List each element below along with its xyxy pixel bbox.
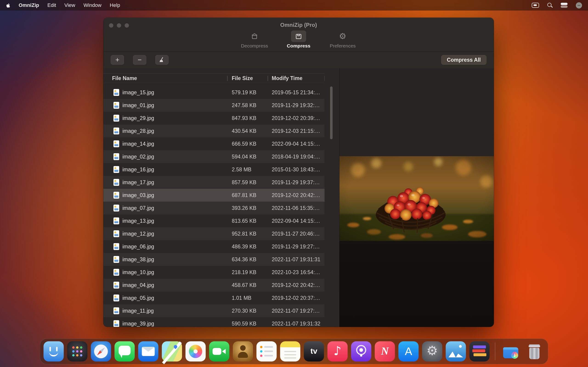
menu-item-edit[interactable]: Edit [47,2,56,8]
column-header-file-name[interactable]: File Name [103,74,227,83]
dock-item-messages[interactable] [115,341,135,361]
table-row[interactable]: image_17.jpg 857.59 KB 2019-11-29 19:37:… [103,176,325,189]
search-icon[interactable] [547,2,553,8]
table-row[interactable]: image_10.jpg 218.19 KB 2022-10-23 16:54:… [103,266,325,279]
cell-file-name: image_39.jpg [103,317,227,327]
dock-item-notes[interactable] [280,341,300,361]
table-row[interactable]: image_05.jpg 1.01 MB 2019-12-02 20:37:… [103,292,325,304]
cell-file-size: 952.81 KB [227,227,268,240]
display-icon[interactable] [532,3,539,8]
zoom-button[interactable] [124,23,129,28]
table-row[interactable]: image_12.jpg 952.81 KB 2019-11-27 20:46:… [103,227,325,240]
dock-item-photos[interactable] [186,341,206,361]
cell-modify-time: 2022-09-04 14:15:… [268,137,325,150]
menu-item-view[interactable]: View [64,2,75,8]
dock-item-facetime[interactable] [209,341,229,361]
dock-divider [495,342,495,360]
dock-item-podcasts[interactable] [351,341,372,361]
minimize-button[interactable] [117,23,121,28]
tab-preferences[interactable]: Preferences [326,31,360,49]
tab-compress[interactable]: Compress [281,31,316,49]
dock-item-contacts[interactable] [233,341,253,361]
menu-item-help[interactable]: Help [110,2,120,8]
cell-file-size: 247.58 KB [227,99,268,112]
scrollbar-track[interactable] [325,68,339,327]
cell-file-size: 590.59 KB [227,317,268,327]
cell-modify-time: 2022-11-06 15:35:… [268,202,325,215]
dock-item-settings[interactable] [422,341,442,361]
cell-modify-time: 2022-11-07 19:31:32 [268,317,325,327]
broom-icon [159,57,165,63]
column-header-modify-time[interactable]: Modify Time [268,74,325,83]
title-bar[interactable]: OmniZip (Pro) Decompress Compress Pre [103,18,494,52]
table-row[interactable]: image_28.jpg 430.54 KB 2019-12-03 21:15:… [103,125,325,137]
table-row[interactable]: image_38.jpg 634.36 KB 2022-11-07 19:31:… [103,253,325,266]
image-file-icon [113,230,119,237]
cell-modify-time: 2019-05-15 21:34:… [268,86,325,99]
dock-item-downloads[interactable] [501,341,521,361]
remove-file-button[interactable]: − [133,55,146,65]
cell-file-name: image_13.jpg [103,215,227,227]
column-header-file-size[interactable]: File Size [227,74,268,83]
close-button[interactable] [109,23,113,28]
file-name-text: image_39.jpg [122,321,154,327]
cell-modify-time: 2018-04-19 19:04:… [268,150,325,163]
dock-item-mail[interactable] [138,341,158,361]
apple-menu-icon[interactable] [6,3,10,8]
add-file-button[interactable]: + [111,55,124,65]
menu-bar: OmniZip Edit View Window Help [0,0,588,10]
dock-item-tv[interactable] [304,341,324,361]
cell-modify-time: 2022-09-04 14:15:… [268,215,325,227]
dock-item-launchpad[interactable] [67,341,87,361]
dock-item-reminders[interactable] [257,341,277,361]
dock-item-music[interactable] [328,341,348,361]
file-name-text: image_12.jpg [122,231,154,237]
dock-item-maps[interactable] [162,341,182,361]
image-file-icon [113,217,119,224]
table-row[interactable]: image_02.jpg 594.04 KB 2018-04-19 19:04:… [103,150,325,163]
account-icon[interactable] [576,2,582,8]
dock-item-omnizip[interactable] [469,341,490,361]
dock-item-finder[interactable] [44,341,64,361]
cell-file-name: image_06.jpg [103,240,227,253]
image-file-icon [113,269,119,276]
table-row[interactable]: image_14.jpg 666.59 KB 2022-09-04 14:15:… [103,137,325,150]
table-row[interactable]: image_16.jpg 2.58 MB 2015-01-30 18:43:… [103,163,325,176]
table-row[interactable]: image_06.jpg 486.39 KB 2019-11-29 19:27:… [103,240,325,253]
table-row[interactable]: image_01.jpg 247.58 KB 2019-11-29 19:32:… [103,99,325,112]
menu-item-window[interactable]: Window [83,2,101,8]
dock [40,339,548,364]
table-row[interactable]: image_03.jpg 687.81 KB 2019-12-02 20:42:… [103,189,325,202]
file-name-text: image_17.jpg [122,179,154,186]
table-row[interactable]: image_07.jpg 393.26 KB 2022-11-06 15:35:… [103,202,325,215]
dock-item-safari[interactable] [91,341,111,361]
dock-item-trash[interactable] [524,341,545,361]
table-row[interactable]: image_13.jpg 813.65 KB 2022-09-04 14:15:… [103,215,325,227]
menu-bar-extras [532,2,582,8]
cell-file-name: image_15.jpg [103,86,227,99]
dock-item-news[interactable] [375,341,395,361]
table-row[interactable]: image_11.jpg 270.30 KB 2022-11-07 19:27:… [103,304,325,317]
compress-all-button[interactable]: Compress All [441,55,486,65]
file-name-text: image_11.jpg [122,308,154,314]
table-row[interactable]: image_39.jpg 590.59 KB 2022-11-07 19:31:… [103,317,325,327]
dock-item-preview[interactable] [446,341,466,361]
scrollbar-thumb[interactable] [330,86,333,139]
file-name-text: image_03.jpg [122,192,154,198]
cell-modify-time: 2019-12-02 20:37:… [268,292,325,304]
menu-app-name[interactable]: OmniZip [19,2,39,8]
table-row[interactable]: image_04.jpg 458.67 KB 2019-12-02 20:42:… [103,279,325,292]
clear-list-button[interactable] [155,55,169,65]
tab-decompress[interactable]: Decompress [237,31,272,49]
dock-item-appstore[interactable] [398,341,419,361]
file-name-text: image_05.jpg [122,295,154,301]
cell-file-name: image_10.jpg [103,266,227,279]
image-file-icon [113,307,119,314]
cell-file-name: image_04.jpg [103,279,227,292]
control-center-icon[interactable] [561,2,568,8]
table-row[interactable]: image_15.jpg 579.19 KB 2019-05-15 21:34:… [103,86,325,99]
file-table: File Name File Size Modify Time image_15… [103,68,325,327]
file-name-text: image_04.jpg [122,282,154,288]
cell-modify-time: 2015-01-30 18:43:… [268,163,325,176]
table-row[interactable]: image_29.jpg 847.93 KB 2019-12-02 20:39:… [103,112,325,125]
